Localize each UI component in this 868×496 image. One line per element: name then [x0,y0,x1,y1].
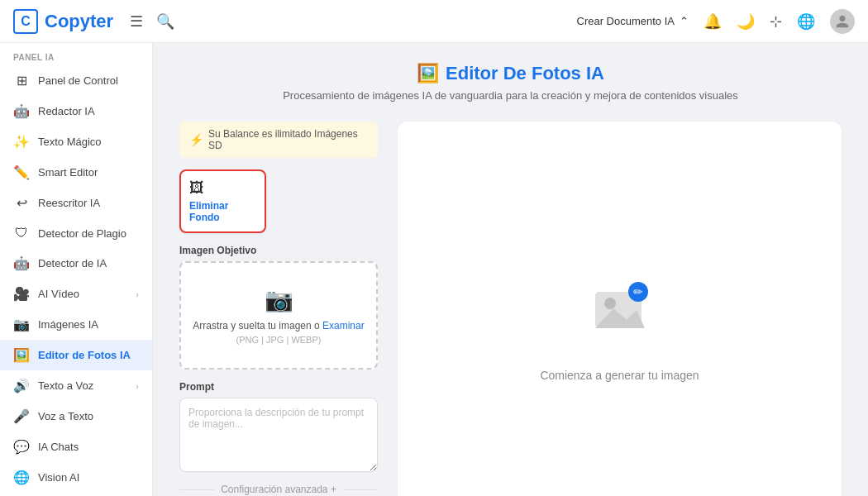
sidebar-item-vision-ai[interactable]: 🌐 Vision AI [0,462,152,493]
sidebar-item-detector-ia[interactable]: 🤖 Detector de IA [0,248,152,279]
bg-remove-icon: 🖼 [189,179,204,197]
sidebar-item-redactor-ia[interactable]: 🤖 Redactor IA [0,96,152,126]
camera-upload-icon: 📷 [191,286,366,313]
topnav: C Copyter ☰ 🔍 Crear Documento IA ⌃ 🔔 🌙 ⊹… [0,0,868,43]
svg-point-1 [604,298,616,309]
create-doc-button[interactable]: Crear Documento IA ⌃ [577,15,689,27]
right-panel: ✏ Comienza a generar tu imagen [398,122,842,496]
prompt-label: Prompt [179,381,378,393]
page-subtitle: Procesamiento de imágenes IA de vanguard… [179,89,842,102]
preview-icon: ✏ [587,277,653,355]
balance-bar: ⚡ Su Balance es ilimitado Imágenes SD [179,122,378,158]
globe-icon[interactable]: 🌐 [797,12,815,31]
avatar[interactable] [830,9,855,34]
tool-card-eliminar-fondo[interactable]: 🖼 Eliminar Fondo [179,169,266,233]
examinar-link[interactable]: Examinar [322,320,365,331]
prompt-textarea[interactable] [179,398,378,472]
upload-label: Imagen Objetivo [179,245,378,256]
robot-icon: 🤖 [13,103,30,119]
page-title: 🖼️ Editor De Fotos IA [417,63,604,84]
sidebar-item-editor-fotos-ia[interactable]: 🖼️ Editor de Fotos IA [0,340,152,370]
logo[interactable]: C Copyter [13,9,113,34]
upload-zone[interactable]: 📷 Arrastra y suelta tu imagen o Examinar… [179,261,378,370]
sidebar: PANEL IA ⊞ Panel de Control 🤖 Redactor I… [0,43,153,496]
move-icon[interactable]: ⊹ [770,12,782,31]
nav-right: Crear Documento IA ⌃ 🔔 🌙 ⊹ 🌐 [577,9,856,34]
chevron-right-icon-2: › [136,381,139,391]
content-area: ⚡ Su Balance es ilimitado Imágenes SD 🖼 … [179,122,842,496]
rewrite-icon: ↩ [13,195,30,211]
file-formats: (PNG | JPG | WEBP) [191,335,366,345]
page-title-icon: 🖼️ [417,63,439,84]
bell-icon[interactable]: 🔔 [703,12,722,31]
mic-icon: 🎤 [13,408,30,424]
speaker-icon: 🔊 [13,378,30,393]
sidebar-item-ai-video[interactable]: 🎥 AI Vídeo › [0,279,152,309]
left-panel: ⚡ Su Balance es ilimitado Imágenes SD 🖼 … [179,122,378,496]
sidebar-item-panel-control[interactable]: ⊞ Panel de Control [0,65,152,96]
logo-letter: C [13,9,38,34]
svg-text:✏: ✏ [633,285,643,298]
menu-icon[interactable]: ☰ [130,12,143,31]
logo-name: Copyter [45,11,113,32]
nav-left-icons: ☰ 🔍 [130,12,174,31]
shield-icon: 🛡 [13,226,30,241]
grid-icon: ⊞ [13,73,30,88]
chevron-right-icon: › [136,289,139,299]
sidebar-section-label: PANEL IA [0,43,152,65]
video-icon: 🎥 [13,286,30,302]
moon-icon[interactable]: 🌙 [737,12,755,31]
sidebar-item-voz-a-texto[interactable]: 🎤 Voz a Texto [0,401,152,432]
detector-icon: 🤖 [13,255,30,271]
bolt-icon: ⚡ [189,133,203,146]
balance-text: Su Balance es ilimitado Imágenes SD [208,128,368,151]
preview-text: Comienza a generar tu imagen [540,369,699,382]
photo-editor-icon: 🖼️ [13,347,30,363]
camera-icon: 📷 [13,317,30,332]
sidebar-item-smart-editor[interactable]: ✏️ Smart Editor [0,157,152,188]
drag-text: Arrastra y suelta tu imagen o [193,320,319,331]
sidebar-item-texto-a-voz[interactable]: 🔊 Texto a Voz › [0,370,152,401]
magic-icon: ✨ [13,134,30,150]
chat-icon: 💬 [13,439,30,455]
layout: PANEL IA ⊞ Panel de Control 🤖 Redactor I… [0,43,868,496]
pen-icon: ✏️ [13,165,30,180]
main-content: 🖼️ Editor De Fotos IA Procesamiento de i… [153,43,868,496]
advanced-config[interactable]: Configuración avanzada + [179,484,378,495]
chevron-up-icon: ⌃ [680,15,689,27]
sidebar-item-texto-magico[interactable]: ✨ Texto Mágico [0,126,152,157]
create-doc-label: Crear Documento IA [577,15,675,27]
search-icon[interactable]: 🔍 [156,12,174,31]
tool-cards: 🖼 Eliminar Fondo [179,169,378,233]
sidebar-item-imagenes-ia[interactable]: 📷 Imágenes IA [0,309,152,340]
globe-icon-2: 🌐 [13,470,30,485]
sidebar-item-detector-plagio[interactable]: 🛡 Detector de Plagio [0,218,152,248]
page-header: 🖼️ Editor De Fotos IA Procesamiento de i… [179,63,842,102]
sidebar-item-ia-chats[interactable]: 💬 IA Chats [0,432,152,462]
tool-label: Eliminar Fondo [189,200,256,223]
sidebar-item-reescritor-ia[interactable]: ↩ Reescritor IA [0,188,152,218]
